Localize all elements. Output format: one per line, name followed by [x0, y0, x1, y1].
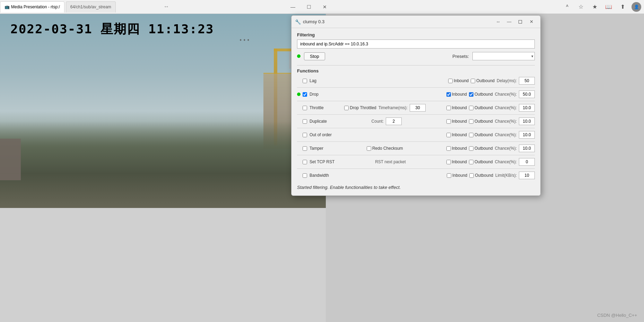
duplicate-indicator [297, 120, 301, 123]
tcp-rst-checkbox[interactable] [303, 160, 307, 164]
out-of-order-checkbox-label[interactable]: Out of order [303, 132, 332, 137]
tcp-rst-chance-input[interactable] [519, 158, 535, 166]
lag-outbound-label[interactable]: Outbound [471, 78, 495, 83]
divider-1 [297, 87, 535, 88]
tcp-rst-inbound-label[interactable]: Inbound [446, 159, 467, 164]
redo-checksum-label[interactable]: Redo Checksum [367, 146, 403, 151]
toolbar-translate-icon[interactable]: ᴬ [562, 2, 572, 12]
browser-restore-button[interactable]: ☐ [301, 0, 317, 14]
bandwidth-outbound-checkbox[interactable] [469, 173, 474, 178]
divider-6 [297, 155, 535, 155]
tamper-inbound-checkbox[interactable] [446, 146, 451, 151]
toolbar-share-icon[interactable]: ⬆ [618, 2, 627, 12]
duplicate-inbound-label[interactable]: Inbound [446, 119, 467, 124]
lag-inbound-label[interactable]: Inbound [448, 78, 469, 83]
lag-right: Inbound Outbound Delay(ms): [448, 77, 535, 85]
lag-outbound-checkbox[interactable] [471, 79, 475, 83]
toolbar-bookmark-icon[interactable]: ★ [590, 2, 600, 12]
timeframe-input[interactable] [410, 104, 426, 112]
out-of-order-inbound-text: Inbound [452, 132, 467, 137]
ground-area [0, 121, 326, 208]
bandwidth-inbound-label[interactable]: Inbound [447, 173, 467, 178]
tamper-outbound-checkbox[interactable] [469, 146, 473, 151]
throttle-inbound-label[interactable]: Inbound [446, 105, 467, 110]
out-of-order-inbound-checkbox[interactable] [446, 133, 451, 137]
throttle-checkbox-label[interactable]: Throttle [303, 105, 324, 110]
drop-right: Inbound Outbound Chance(%): [446, 90, 535, 98]
duplicate-inbound-checkbox[interactable] [446, 119, 451, 124]
out-of-order-outbound-checkbox[interactable] [469, 133, 473, 137]
clumsy-title: clumsy 0.3 [303, 19, 490, 24]
clumsy-close-button[interactable]: ✕ [526, 17, 537, 26]
lag-inbound-checkbox[interactable] [448, 79, 453, 83]
tamper-outbound-text: Outbound [475, 146, 493, 151]
tamper-inbound-label[interactable]: Inbound [446, 146, 467, 151]
duplicate-checkbox-label[interactable]: Duplicate [303, 119, 327, 124]
browser-tab-1[interactable]: 📺 Media Presentation - rtsp:/ [0, 1, 64, 12]
tcp-rst-outbound-checkbox[interactable] [469, 160, 473, 164]
clumsy-restore-button[interactable] [515, 17, 526, 26]
tcp-rst-checkbox-label[interactable]: Set TCP RST [303, 159, 334, 164]
duplicate-chance-input[interactable] [519, 118, 535, 125]
tamper-outbound-label[interactable]: Outbound [469, 146, 493, 151]
tcp-rst-inbound-checkbox[interactable] [446, 160, 451, 164]
throttle-checkbox[interactable] [303, 106, 307, 110]
drop-throttled-label[interactable]: Drop Throttled [344, 105, 376, 110]
tamper-checkbox-label[interactable]: Tamper [303, 146, 323, 151]
functions-label: Functions [297, 68, 535, 73]
out-of-order-checkbox[interactable] [303, 133, 307, 137]
presets-select[interactable] [472, 52, 535, 60]
lag-delay-input[interactable] [519, 77, 535, 85]
tamper-label: Tamper [310, 146, 323, 151]
user-avatar[interactable]: 👤 [632, 2, 641, 12]
count-input[interactable] [386, 118, 402, 125]
tcp-rst-outbound-label[interactable]: Outbound [469, 159, 493, 164]
lag-checkbox[interactable] [303, 79, 307, 83]
toolbar-ereader-icon[interactable]: 📖 [604, 2, 613, 12]
throttle-outbound-label[interactable]: Outbound [469, 105, 493, 110]
clumsy-minimize-button[interactable]: — [504, 17, 515, 26]
browser-tab-2[interactable]: 64/ch1/sub/av_stream [66, 1, 116, 12]
bandwidth-right: Inbound Outbound Limit(KB/s): [447, 172, 535, 179]
redo-checksum-checkbox[interactable] [367, 146, 371, 151]
drop-outbound-checkbox[interactable] [469, 92, 473, 97]
out-of-order-row: Out of order Inbound Outbound Chance(%): [297, 130, 535, 140]
status-text: Started filtering. Enable functionalitie… [297, 185, 535, 190]
tamper-chance-input[interactable] [519, 145, 535, 152]
bandwidth-checkbox[interactable] [303, 173, 307, 178]
bandwidth-outbound-label[interactable]: Outbound [469, 173, 493, 178]
duplicate-checkbox[interactable] [303, 119, 307, 124]
duplicate-outbound-checkbox[interactable] [469, 119, 473, 124]
drop-checkbox-label[interactable]: Drop [303, 92, 319, 97]
bandwidth-limit-input[interactable] [519, 172, 535, 179]
drop-throttled-checkbox[interactable] [344, 106, 349, 110]
toolbar-favorite-icon[interactable]: ☆ [576, 2, 586, 12]
tamper-checkbox[interactable] [303, 146, 307, 151]
throttle-indicator [297, 106, 301, 110]
throttle-chance-input[interactable] [519, 104, 535, 112]
lag-checkbox-label[interactable]: Lag [303, 78, 316, 83]
video-area: 2022-03-31 星期四 11:13:23 ✦ ✦ ✦ [0, 14, 326, 208]
browser-minimize-button[interactable]: — [285, 0, 301, 14]
duplicate-outbound-label[interactable]: Outbound [469, 119, 493, 124]
drop-chance-input[interactable] [519, 90, 535, 98]
drop-outbound-label[interactable]: Outbound [469, 92, 493, 97]
bandwidth-checkbox-label[interactable]: Bandwidth [303, 173, 329, 178]
throttle-outbound-checkbox[interactable] [469, 106, 473, 110]
tcp-rst-right: Inbound Outbound Chance(%): [446, 158, 535, 166]
bandwidth-inbound-checkbox[interactable] [447, 173, 451, 178]
filter-input[interactable] [297, 40, 535, 49]
throttle-inbound-checkbox[interactable] [446, 106, 451, 110]
tamper-right: Inbound Outbound Chance(%): [446, 145, 535, 152]
out-of-order-outbound-label[interactable]: Outbound [469, 132, 493, 137]
drop-inbound-checkbox[interactable] [446, 92, 451, 97]
browser-close-button[interactable]: ✕ [317, 0, 333, 14]
stop-button[interactable]: Stop [304, 52, 325, 60]
drop-inbound-label[interactable]: Inbound [446, 92, 467, 97]
tcp-rst-row: Set TCP RST RST next packet Inbound Outb… [297, 157, 535, 167]
out-of-order-chance-input[interactable] [519, 131, 535, 139]
lag-inbound-text: Inbound [454, 78, 469, 83]
drop-checkbox[interactable] [303, 92, 307, 97]
out-of-order-inbound-label[interactable]: Inbound [446, 132, 467, 137]
duplicate-right: Inbound Outbound Chance(%): [446, 118, 535, 125]
